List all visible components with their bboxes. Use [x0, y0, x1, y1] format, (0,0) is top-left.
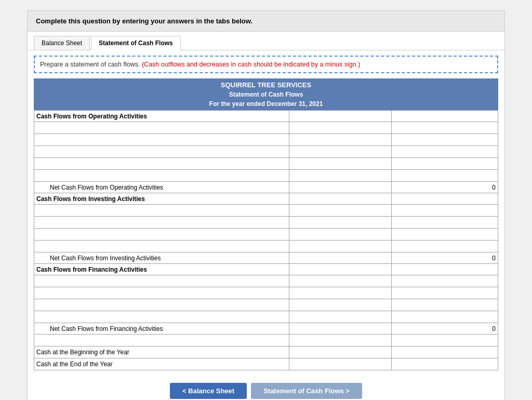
table-row [34, 217, 498, 229]
op-val2-4[interactable] [394, 159, 496, 168]
op-val1-5[interactable] [291, 171, 389, 180]
op-val2-5[interactable] [394, 171, 496, 180]
company-name: SQUIRREL TREE SERVICES [34, 78, 498, 90]
table-row [34, 229, 498, 241]
op-val2-1[interactable] [394, 123, 496, 132]
op-val1-1[interactable] [291, 123, 389, 132]
operating-header-label: Cash Flows from Operating Activities [34, 111, 289, 122]
op-label-5[interactable] [36, 171, 287, 180]
inv-val2-4[interactable] [394, 242, 496, 251]
statement-table: Cash Flows from Operating Activities [34, 110, 498, 370]
fin-label-4[interactable] [36, 312, 287, 322]
net-investing-value: 0 [391, 252, 498, 264]
stmt-period: For the year ended December 31, 2021 [34, 99, 498, 110]
net-operating-label: Net Cash Flows from Operating Activities [34, 182, 289, 193]
investing-header-label: Cash Flows from Investing Activities [34, 193, 289, 205]
inv-val2-2[interactable] [394, 218, 496, 227]
fin-label-3[interactable] [36, 300, 287, 310]
fin-val1-3[interactable] [291, 300, 389, 310]
tab-cash-flows[interactable]: Statement of Cash Flows [91, 36, 181, 50]
net-investing-row: Net Cash Flows from Investing Activities… [34, 252, 498, 264]
inv-label-3[interactable] [36, 230, 287, 239]
table-row [34, 275, 498, 287]
table-row [34, 146, 498, 158]
table-row [34, 122, 498, 134]
statement-header: SQUIRREL TREE SERVICES Statement of Cash… [34, 78, 498, 110]
op-label-1[interactable] [36, 123, 287, 132]
operating-header-row: Cash Flows from Operating Activities [34, 111, 498, 122]
prompt-text: Prepare a statement of cash flows. [40, 61, 140, 68]
inv-val2-1[interactable] [394, 206, 496, 215]
fin-val2-1[interactable] [394, 276, 496, 286]
financing-header-row: Cash Flows from Financing Activities [34, 264, 498, 275]
stmt-title: Statement of Cash Flows [34, 90, 498, 99]
op-val2-3[interactable] [394, 147, 496, 156]
table-row [34, 170, 498, 182]
net-financing-label: Net Cash Flows from Financing Activities [34, 323, 289, 335]
bottom-val1-1[interactable] [291, 336, 389, 345]
inv-label-4[interactable] [36, 242, 287, 251]
fin-label-2[interactable] [36, 288, 287, 298]
op-val2-2[interactable] [394, 135, 496, 144]
fin-val1-2[interactable] [291, 288, 389, 298]
net-investing-label: Net Cash Flows from Investing Activities [34, 252, 289, 264]
bottom-nav: < Balance Sheet Statement of Cash Flows … [28, 377, 504, 400]
inv-val1-3[interactable] [291, 230, 389, 239]
fin-val1-1[interactable] [291, 276, 389, 286]
fin-label-1[interactable] [36, 276, 287, 286]
op-val1-2[interactable] [291, 135, 389, 144]
tab-balance-sheet[interactable]: Balance Sheet [34, 36, 90, 50]
statement-container: SQUIRREL TREE SERVICES Statement of Cash… [34, 78, 498, 370]
instruction-text: Complete this question by entering your … [36, 17, 252, 25]
bottom-label-1[interactable] [36, 336, 287, 345]
op-label-2[interactable] [36, 135, 287, 144]
table-row [34, 335, 498, 346]
inv-label-2[interactable] [36, 218, 287, 227]
cash-end-label: Cash at the End of the Year [34, 358, 289, 370]
next-button[interactable]: Statement of Cash Flows > [251, 383, 362, 399]
op-label-3[interactable] [36, 147, 287, 156]
net-financing-value: 0 [391, 323, 498, 335]
bottom-val2-1[interactable] [394, 336, 496, 345]
table-row [34, 241, 498, 252]
cash-beginning-row: Cash at the Beginning of the Year [34, 346, 498, 358]
cash-beginning-input2[interactable] [394, 348, 496, 357]
op-val1-4[interactable] [291, 159, 389, 168]
net-operating-row: Net Cash Flows from Operating Activities… [34, 182, 498, 193]
fin-val2-3[interactable] [394, 300, 496, 310]
financing-header-label: Cash Flows from Financing Activities [34, 264, 289, 275]
table-row [34, 134, 498, 146]
instruction-bar: Complete this question by entering your … [28, 11, 504, 32]
op-label-4[interactable] [36, 159, 287, 168]
cash-end-input2[interactable] [394, 359, 496, 369]
inv-val1-4[interactable] [291, 242, 389, 251]
prompt-note: (Cash outflows and decreases in cash sho… [142, 61, 360, 68]
cash-beginning-input1[interactable] [291, 348, 389, 357]
cash-end-row: Cash at the End of the Year [34, 358, 498, 370]
inv-val1-2[interactable] [291, 218, 389, 227]
cash-beginning-label: Cash at the Beginning of the Year [34, 346, 289, 358]
inv-val2-3[interactable] [394, 230, 496, 239]
fin-val2-4[interactable] [394, 312, 496, 322]
net-operating-value: 0 [391, 182, 498, 193]
table-row [34, 311, 498, 323]
table-row [34, 158, 498, 170]
prev-button[interactable]: < Balance Sheet [170, 383, 247, 399]
cash-end-input1[interactable] [291, 359, 389, 369]
investing-header-row: Cash Flows from Investing Activities [34, 193, 498, 205]
table-row [34, 287, 498, 299]
table-row [34, 205, 498, 217]
fin-val1-4[interactable] [291, 312, 389, 322]
tabs-row: Balance Sheet Statement of Cash Flows [28, 32, 504, 50]
table-row [34, 299, 498, 311]
prompt-bar: Prepare a statement of cash flows. (Cash… [34, 56, 498, 73]
fin-val2-2[interactable] [394, 288, 496, 298]
inv-val1-1[interactable] [291, 206, 389, 215]
net-financing-row: Net Cash Flows from Financing Activities… [34, 323, 498, 335]
op-val1-3[interactable] [291, 147, 389, 156]
inv-label-1[interactable] [36, 206, 287, 215]
